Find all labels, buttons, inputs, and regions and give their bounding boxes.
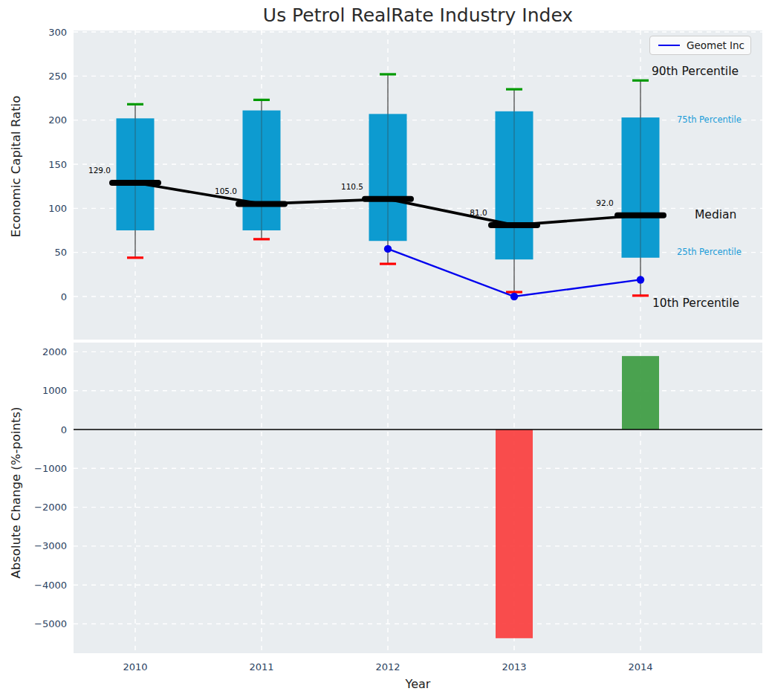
y-tick-label: 0 <box>61 291 67 302</box>
annotation-75th-percentile: 75th Percentile <box>677 114 742 125</box>
chart-title: Us Petrol RealRate Industry Index <box>74 4 762 26</box>
x-tick-label: 2014 <box>628 661 652 673</box>
x-axis-label: Year <box>74 677 762 691</box>
series-point <box>637 276 644 283</box>
y-tick-label: 150 <box>48 159 67 170</box>
y-tick-label: 50 <box>54 247 67 258</box>
y-tick-label: −1000 <box>34 463 67 474</box>
legend-line-sample <box>658 45 680 46</box>
series-point <box>384 245 392 253</box>
y-tick-label: −5000 <box>34 618 67 629</box>
y-tick-label: 100 <box>48 203 67 214</box>
y-tick-label: 200 <box>48 114 67 126</box>
median-value-label: 81.0 <box>470 208 487 217</box>
bar <box>496 430 533 638</box>
x-tick-label: 2012 <box>375 661 400 673</box>
y-tick-label: 250 <box>48 71 67 82</box>
y-tick-label: 1000 <box>42 385 67 396</box>
median-value-label: 129.0 <box>88 166 111 175</box>
series-point <box>510 293 518 300</box>
median-value-label: 105.0 <box>215 187 237 195</box>
median-value-label: 110.5 <box>341 182 363 191</box>
y-tick-label: −3000 <box>34 540 67 551</box>
annotation-10th-percentile: 10th Percentile <box>652 296 739 310</box>
y-tick-label: −2000 <box>34 502 67 513</box>
legend: Geomet Inc <box>649 36 751 55</box>
figure: 300250200150100500200010000−1000−2000−30… <box>0 0 772 700</box>
bar <box>622 356 659 430</box>
x-tick-label: 2011 <box>249 661 273 673</box>
y-tick-label: −4000 <box>34 580 67 591</box>
annotation-90th-percentile: 90th Percentile <box>652 65 739 78</box>
median-value-label: 92.0 <box>596 198 613 207</box>
y-tick-label: 0 <box>61 424 67 435</box>
x-tick-label: 2013 <box>502 661 526 673</box>
chart-canvas: 300250200150100500200010000−1000−2000−30… <box>0 0 772 700</box>
x-tick-label: 2010 <box>123 661 147 673</box>
y-tick-label: 2000 <box>42 346 67 357</box>
legend-label: Geomet Inc <box>687 39 745 51</box>
y-tick-label: 300 <box>48 27 67 38</box>
top-y-axis-label: Economic Capital Ratio <box>9 96 23 238</box>
annotation-25th-percentile: 25th Percentile <box>677 247 742 257</box>
bottom-y-axis-label: Absolute Change (%-points) <box>9 407 23 579</box>
annotation-median: Median <box>695 208 736 221</box>
